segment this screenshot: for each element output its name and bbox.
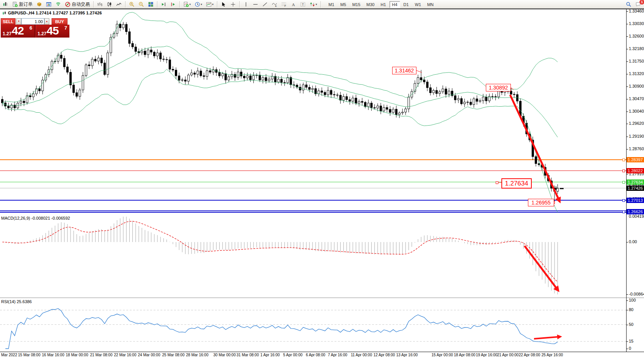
fibonacci-button[interactable]: F [280, 0, 288, 8]
trendline-button[interactable] [261, 0, 269, 8]
autotrade-button[interactable]: 自动交易 [63, 0, 91, 8]
candlestick-chart-button[interactable] [105, 0, 114, 8]
time-axis-label: 6 Apr 08:00 [306, 353, 325, 357]
axis-tick-label: 1.32180 [629, 46, 644, 51]
wave-tool-button[interactable]: E [270, 0, 279, 8]
axis-tick [627, 36, 628, 37]
timeframe-MN[interactable]: MN [424, 1, 436, 8]
timeframe-M30[interactable]: M30 [364, 1, 377, 8]
tile-windows-icon [148, 2, 154, 7]
bid-big: 42 [12, 24, 24, 37]
indicators-button[interactable]: ▾ [182, 0, 192, 8]
horizontal-line-button[interactable] [251, 0, 260, 8]
time-axis-label: 25 Mar 08:00 [162, 353, 185, 357]
timeframe-M1[interactable]: M1 [326, 1, 337, 8]
crosshair-icon [230, 2, 236, 7]
vertical-line-button[interactable] [242, 0, 250, 8]
price-tag: 1.27634 [627, 179, 644, 185]
svg-text:E: E [275, 4, 276, 7]
axis-tick [627, 325, 628, 325]
time-axis-label: 15 Mar 08:00 [18, 353, 41, 357]
cursor-icon [221, 2, 226, 7]
axis-tick [627, 124, 628, 124]
axis-tick-label: 0.004191 [629, 214, 644, 219]
buy-button[interactable]: BUY [52, 18, 68, 25]
axis-tick [627, 99, 628, 99]
time-axis-label: 7 Apr 16:00 [328, 353, 347, 357]
charts-window-button[interactable] [44, 0, 53, 8]
templates-button[interactable]: ▾ [204, 0, 215, 8]
volume-input[interactable] [21, 18, 44, 25]
toolbar-separator [179, 1, 180, 8]
line-chart-button[interactable] [115, 0, 123, 8]
time-axis-label: 21 Mar 08:00 [90, 353, 113, 357]
toolbar-separator [217, 1, 217, 8]
timeframe-M5[interactable]: M5 [338, 1, 349, 8]
axis-tick-label: 0.00 [629, 239, 637, 244]
autotrade-icon [65, 2, 71, 7]
symbol-title: GBPUSD-,H4 1.27414 1.27427 1.27395 1.274… [2, 11, 102, 15]
cursor-button[interactable] [219, 0, 228, 8]
price-axis[interactable]: 1.334601.330301.326001.321801.317501.313… [0, 9, 644, 352]
ask-pip: 7 [64, 25, 67, 31]
time-axis-label: 22 Mar 16:00 [114, 353, 137, 357]
bid-ask-display: 1.27 42 6 1.27 45 7 [1, 25, 69, 38]
timeframe-H4[interactable]: H4 [390, 1, 400, 8]
timeframe-H1[interactable]: H1 [378, 1, 388, 8]
text-label-button[interactable]: T [298, 0, 307, 8]
periods-button[interactable]: ▾ [193, 0, 204, 8]
zoom-out-icon [138, 2, 144, 7]
bid-price: 1.27 42 6 [1, 25, 35, 38]
market-watch-button[interactable] [35, 0, 44, 8]
timeframe-D1[interactable]: D1 [401, 1, 412, 8]
new-order-button[interactable]: 新订单 [11, 0, 34, 8]
crosshair-button[interactable] [229, 0, 237, 8]
sell-button[interactable]: SELL [1, 18, 16, 25]
axis-tick [627, 149, 628, 149]
horizontal-line-icon [253, 2, 258, 7]
axis-tick-label: 1.33460 [629, 9, 644, 13]
axis-tick [627, 11, 628, 12]
volume-decrease-button[interactable]: ▼ [16, 18, 21, 25]
indicators-icon [183, 2, 189, 7]
time-axis-label: 11 Apr 00:00 [351, 353, 372, 357]
text-button[interactable]: A [289, 0, 298, 8]
axis-tick [627, 74, 628, 74]
axis-tick [627, 112, 628, 112]
timeframe-M15[interactable]: M15 [350, 1, 363, 8]
auto-scroll-button[interactable] [159, 0, 168, 8]
axis-tick [627, 49, 628, 49]
time-axis[interactable]: Mar 202215 Mar 08:0016 Mar 16:0018 Mar 0… [0, 352, 644, 357]
axis-tick-label: 50 [629, 322, 633, 327]
axis-tick-label: -0.008647 [629, 292, 644, 296]
chat-button[interactable]: 1 [634, 0, 642, 8]
axis-tick [627, 174, 628, 175]
templates-icon [206, 2, 212, 7]
mt4-window: 新订单自动交易▾▾▾EFAT▾M1M5M15M30H1H4D1W1MN 1 GB… [0, 0, 644, 357]
search-button[interactable] [624, 0, 633, 8]
time-axis-label: 19 Apr 16:00 [476, 353, 498, 357]
tile-windows-button[interactable] [146, 0, 155, 8]
axis-tick-label: 1.32600 [629, 34, 644, 38]
zoom-in-button[interactable] [127, 0, 136, 8]
timeframe-W1[interactable]: W1 [412, 1, 424, 8]
arrows-button[interactable]: ▾ [308, 0, 319, 8]
axis-tick-label: 15 [629, 339, 633, 343]
axis-tick-label: 1.30900 [629, 84, 644, 88]
volume-increase-button[interactable]: ▲ [44, 18, 49, 25]
chart-window[interactable]: GBPUSD-,H4 1.27414 1.27427 1.27395 1.274… [0, 9, 644, 357]
axis-tick [627, 61, 628, 62]
charts-window-icon [46, 2, 52, 7]
bar-chart-button[interactable] [96, 0, 104, 8]
axis-tick [627, 300, 628, 301]
axis-tick [627, 242, 628, 242]
time-axis-label: 24 Mar 00:00 [138, 353, 160, 357]
ask-price: 1.27 45 7 [36, 25, 69, 38]
signals-button[interactable] [54, 0, 63, 8]
chart-shift-button[interactable] [169, 0, 177, 8]
chart-tab-icon[interactable] [1, 0, 10, 8]
zoom-in-icon [129, 2, 135, 7]
signals-icon [55, 2, 61, 7]
zoom-out-button[interactable] [137, 0, 146, 8]
axis-tick-label: 1.31750 [629, 59, 644, 63]
